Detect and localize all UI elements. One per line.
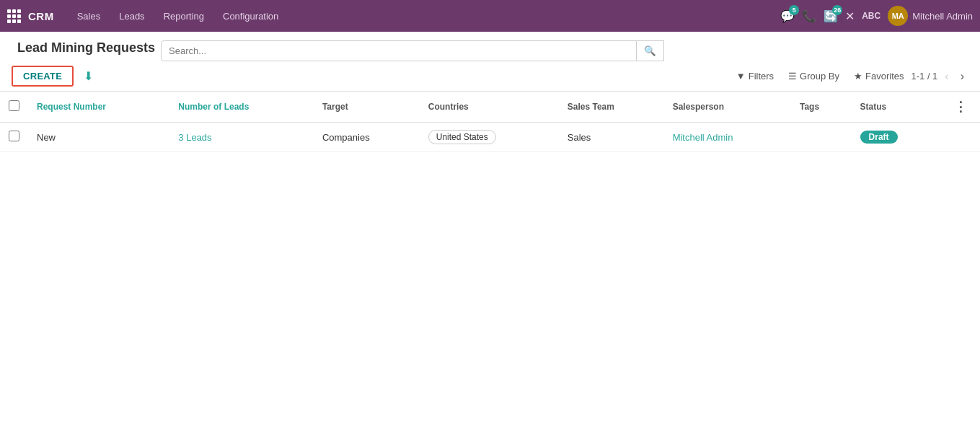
col-status: Status <box>852 92 941 123</box>
table-container: Request Number Number of Leads Target Co… <box>0 92 980 152</box>
cell-more <box>941 123 980 152</box>
pagination-next[interactable]: › <box>956 69 968 84</box>
nav-leads[interactable]: Leads <box>110 6 153 26</box>
cell-sales-team: Sales <box>559 123 664 152</box>
search-bar <box>161 40 637 61</box>
search-button[interactable]: 🔍 <box>637 40 664 61</box>
row-checkbox-col <box>0 123 28 152</box>
salesperson-link[interactable]: Mitchell Admin <box>673 132 733 143</box>
col-target: Target <box>314 92 420 123</box>
nav-configuration[interactable]: Configuration <box>214 6 287 26</box>
page-header: Lead Mining Requests 🔍 <box>0 32 980 61</box>
cell-salesperson: Mitchell Admin <box>664 123 791 152</box>
leads-count[interactable]: 3 Leads <box>178 132 211 143</box>
page-title: Lead Mining Requests <box>12 40 161 61</box>
country-tag: United States <box>428 130 496 144</box>
group-by-icon: ☰ <box>788 71 797 82</box>
select-all-checkbox[interactable] <box>9 100 19 111</box>
status-badge: Draft <box>860 131 898 144</box>
col-sales-team: Sales Team <box>559 92 664 123</box>
messages-icon-btn[interactable]: 💬 5 <box>780 9 795 23</box>
table-body: New 3 Leads Companies United States Sale… <box>0 123 980 152</box>
nav-reporting[interactable]: Reporting <box>155 6 213 26</box>
toolbar-left: CREATE ⬇ <box>12 66 97 87</box>
top-navigation: CRM Sales Leads Reporting Configuration … <box>0 0 980 32</box>
user-menu[interactable]: MA Mitchell Admin <box>888 6 973 26</box>
activity-badge: 26 <box>832 5 842 15</box>
col-salesperson: Salesperson <box>664 92 791 123</box>
activity-icon-btn[interactable]: 🔄 26 <box>824 9 838 23</box>
select-all-col <box>0 92 28 123</box>
app-brand[interactable]: CRM <box>28 10 54 22</box>
filters-button[interactable]: ▼ Filters <box>729 66 781 86</box>
favorites-label: Favorites <box>865 71 904 82</box>
filter-bar: ▼ Filters ☰ Group By ★ Favorites 1-1 / 1… <box>729 66 968 86</box>
export-button[interactable]: ⬇ <box>79 66 97 86</box>
favorites-button[interactable]: ★ Favorites <box>847 66 911 86</box>
header-row: Lead Mining Requests 🔍 <box>12 40 968 61</box>
table-header-row: Request Number Number of Leads Target Co… <box>0 92 980 123</box>
row-checkbox[interactable] <box>9 131 19 141</box>
close-icon-btn[interactable]: ✕ <box>845 9 855 23</box>
cell-countries: United States <box>420 123 559 152</box>
abc-label: ABC <box>862 11 880 21</box>
user-name: Mitchell Admin <box>912 11 973 22</box>
phone-icon-btn[interactable]: 📞 <box>802 9 816 23</box>
filter-icon: ▼ <box>736 71 746 82</box>
search-input[interactable] <box>162 41 636 61</box>
col-request-number[interactable]: Request Number <box>28 92 169 123</box>
messages-badge: 5 <box>789 5 799 15</box>
nav-right-icons: 💬 5 📞 🔄 26 ✕ ABC MA Mitchell Admin <box>780 6 973 26</box>
cell-number-of-leads: 3 Leads <box>169 123 314 152</box>
nav-sales[interactable]: Sales <box>69 6 110 26</box>
pagination-text: 1-1 / 1 <box>911 71 937 82</box>
pagination: 1-1 / 1 ‹ › <box>911 69 968 84</box>
filters-label: Filters <box>749 71 774 82</box>
favorites-icon: ★ <box>854 71 862 82</box>
table-header: Request Number Number of Leads Target Co… <box>0 92 980 123</box>
main-content: Lead Mining Requests 🔍 CREATE ⬇ ▼ Filter… <box>0 32 980 422</box>
group-by-label: Group By <box>800 71 839 82</box>
more-options-icon[interactable]: ⋮ <box>950 100 971 114</box>
col-number-of-leads[interactable]: Number of Leads <box>169 92 314 123</box>
leads-table: Request Number Number of Leads Target Co… <box>0 92 980 152</box>
col-more: ⋮ <box>941 92 980 123</box>
cell-target: Companies <box>314 123 420 152</box>
table-row: New 3 Leads Companies United States Sale… <box>0 123 980 152</box>
nav-menu: Sales Leads Reporting Configuration <box>69 6 778 26</box>
cell-tags <box>791 123 852 152</box>
toolbar-row: CREATE ⬇ ▼ Filters ☰ Group By ★ Favorite… <box>0 61 980 92</box>
create-button[interactable]: CREATE <box>12 66 74 87</box>
group-by-button[interactable]: ☰ Group By <box>781 66 847 86</box>
cell-request-number[interactable]: New <box>28 123 169 152</box>
cell-status: Draft <box>852 123 941 152</box>
pagination-prev[interactable]: ‹ <box>940 69 953 84</box>
user-avatar: MA <box>888 6 908 26</box>
search-area: 🔍 <box>161 40 968 61</box>
col-countries: Countries <box>420 92 559 123</box>
col-tags: Tags <box>791 92 852 123</box>
apps-grid-icon[interactable] <box>7 9 21 23</box>
